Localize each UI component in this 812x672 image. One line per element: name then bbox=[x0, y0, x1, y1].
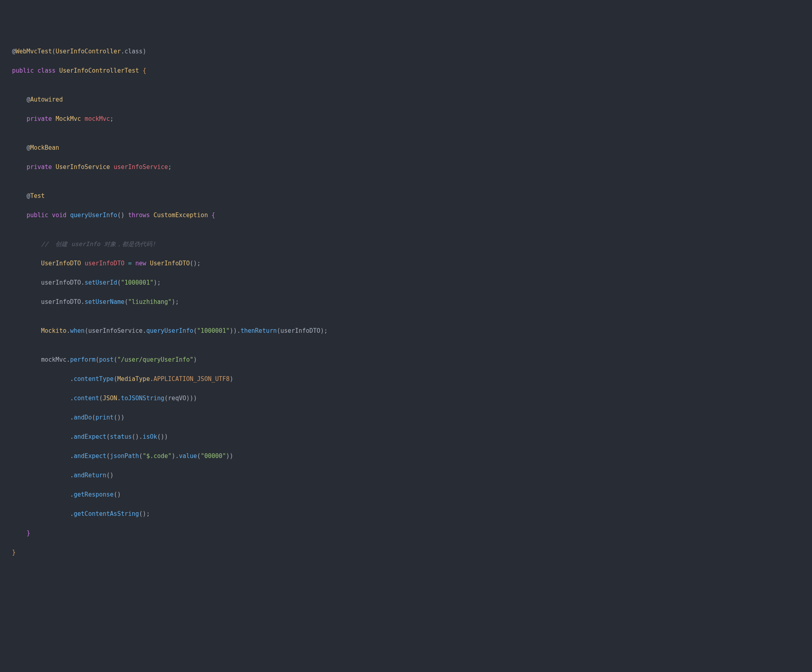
code-line: userInfoDTO.setUserName("liuzhihang"); bbox=[12, 297, 800, 307]
code-line: .andDo(print()) bbox=[12, 413, 800, 422]
code-line: .andExpect(jsonPath("$.code").value("000… bbox=[12, 451, 800, 461]
code-line: .contentType(MediaType.APPLICATION_JSON_… bbox=[12, 374, 800, 384]
code-line: .content(JSON.toJSONString(reqVO))) bbox=[12, 393, 800, 403]
code-line: public void queryUserInfo() throws Custo… bbox=[12, 210, 800, 220]
code-line: @MockBean bbox=[12, 143, 800, 153]
code-line: userInfoDTO.setUserId("1000001"); bbox=[12, 278, 800, 287]
code-line: } bbox=[12, 548, 800, 557]
code-line: } bbox=[12, 528, 800, 538]
code-editor[interactable]: @WebMvcTest(UserInfoController.class) pu… bbox=[12, 47, 800, 557]
code-line: .getContentAsString(); bbox=[12, 509, 800, 519]
code-line: .andReturn() bbox=[12, 470, 800, 480]
code-line: .andExpect(status().isOk()) bbox=[12, 432, 800, 442]
code-line: @Autowired bbox=[12, 95, 800, 104]
code-line: private UserInfoService userInfoService; bbox=[12, 162, 800, 172]
code-line: private MockMvc mockMvc; bbox=[12, 114, 800, 124]
code-line: Mockito.when(userInfoService.queryUserIn… bbox=[12, 326, 800, 336]
code-line: mockMvc.perform(post("/user/queryUserInf… bbox=[12, 355, 800, 365]
code-line: // 创建 userInfo 对象，都是伪代码! bbox=[12, 239, 800, 249]
code-line: UserInfoDTO userInfoDTO = new UserInfoDT… bbox=[12, 259, 800, 268]
code-line: @Test bbox=[12, 191, 800, 201]
code-line: public class UserInfoControllerTest { bbox=[12, 66, 800, 75]
code-line: @WebMvcTest(UserInfoController.class) bbox=[12, 47, 800, 56]
code-line: .getResponse() bbox=[12, 490, 800, 499]
